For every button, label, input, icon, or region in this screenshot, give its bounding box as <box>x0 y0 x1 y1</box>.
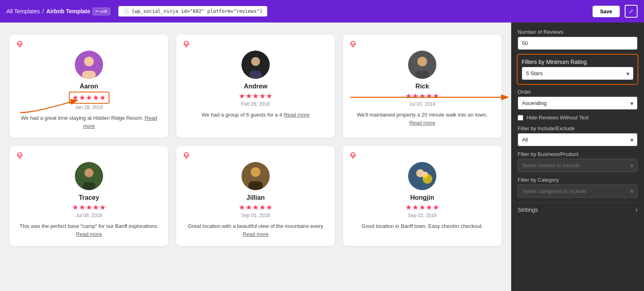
order-wrapper: Ascending Descending <box>518 96 638 110</box>
review-date: Jul 08, 2018 <box>76 213 102 218</box>
read-more-link[interactable]: Read more <box>284 112 310 118</box>
review-date: Sep 01, 2018 <box>241 213 270 218</box>
filter-category-wrapper: Select categories to include ▾ <box>518 184 638 198</box>
airbnb-logo <box>349 40 357 51</box>
read-more-link[interactable]: Read more <box>243 231 268 237</box>
filter-category-label: Filter by Category <box>518 177 638 183</box>
svg-point-14 <box>251 167 260 177</box>
review-text: We'll maintained property a 20 minute wa… <box>351 111 493 127</box>
breadcrumb-separator: / <box>42 8 44 14</box>
reviewer-name: Andrew <box>244 83 268 90</box>
filter-include-exclude-label: Filter by Include/Exclude <box>518 125 638 131</box>
star-rating: ★★★★★ <box>72 203 106 212</box>
number-of-reviews-input[interactable] <box>518 37 638 50</box>
filter-min-rating-label: Filters by Minimum Rating <box>522 59 634 65</box>
read-more-link[interactable]: Read more <box>76 231 102 237</box>
filter-category-section: Filter by Category Select categories to … <box>518 177 638 198</box>
review-date: Feb 26, 2018 <box>242 101 270 107</box>
filter-business-placeholder[interactable]: Select reviews to include ▾ <box>518 159 638 172</box>
read-more-link[interactable]: Read more <box>409 120 435 126</box>
review-text: Good location in Banff town. Easy checki… <box>361 222 483 230</box>
svg-point-19 <box>423 174 432 184</box>
review-date: Sep 02, 2018 <box>408 213 436 218</box>
settings-label: Settings <box>518 207 538 213</box>
avatar <box>242 51 270 79</box>
fullscreen-button[interactable]: ⤢ <box>625 5 638 18</box>
review-text: This was the perfect base "camp" for our… <box>18 222 160 238</box>
avatar <box>75 51 103 79</box>
reviewer-name: Jillian <box>246 194 264 201</box>
review-date: Jul 03, 2018 <box>409 101 435 107</box>
star-rating: ★★★★★ <box>405 92 440 100</box>
reviewer-name: Aaron <box>80 83 98 90</box>
review-card: Tracey ★★★★★ Jul 08, 2018 This was the p… <box>10 146 168 246</box>
cards-grid: Aaron ★★★★★ Jan 28, 2018 We had a great … <box>10 35 502 246</box>
filter-business-section: Filter by Business/Product Select review… <box>518 151 638 172</box>
save-button[interactable]: Save <box>592 6 620 17</box>
filter-include-exclude-select[interactable]: All Include Exclude <box>518 133 638 146</box>
edit-badge[interactable]: ✏ edit <box>93 8 110 15</box>
sidebar: Number of Reviews Filters by Minimum Rat… <box>511 23 644 291</box>
header: All Templates / Airbnb Template ✏ edit 📄… <box>0 0 644 23</box>
filter-min-rating-wrapper: 5 Stars 4 Stars 3 Stars 2 Stars 1 Star <box>522 67 634 80</box>
hide-reviews-section: Hide Reviews Without Text <box>518 115 638 121</box>
review-card: Hongjin ★★★★★ Sep 02, 2018 Good location… <box>343 146 502 246</box>
filter-min-rating-section: Filters by Minimum Rating 5 Stars 4 Star… <box>517 54 638 85</box>
filter-business-wrapper: Select reviews to include ▾ <box>518 159 638 172</box>
arrow-annotation-right <box>511 89 515 105</box>
svg-rect-15 <box>248 181 263 190</box>
order-select[interactable]: Ascending Descending <box>518 96 638 110</box>
star-rating: ★★★★★ <box>239 203 273 212</box>
avatar-image <box>242 51 270 79</box>
filter-include-exclude-section: Filter by Include/Exclude All Include Ex… <box>518 125 638 146</box>
svg-rect-6 <box>249 71 262 79</box>
avatar-image <box>75 51 103 79</box>
avatar <box>408 51 436 79</box>
reviewer-name: Rick <box>415 83 429 90</box>
breadcrumb: All Templates / Airbnb Template ✏ edit <box>6 8 110 15</box>
svg-point-5 <box>251 57 260 66</box>
filter-min-rating-select[interactable]: 5 Stars 4 Stars 3 Stars 2 Stars 1 Star <box>522 67 634 80</box>
avatar <box>75 162 103 190</box>
airbnb-logo <box>349 152 357 162</box>
chevron-right-icon: › <box>636 206 638 213</box>
number-of-reviews-section: Number of Reviews <box>518 29 638 50</box>
review-card: Jillian ★★★★★ Sep 01, 2018 Great locatio… <box>176 146 335 246</box>
avatar-image <box>408 51 436 79</box>
filter-category-placeholder[interactable]: Select categories to include ▾ <box>518 184 638 198</box>
star-rating: ★★★★★ <box>239 92 273 100</box>
airbnb-logo <box>15 152 24 162</box>
hide-reviews-label: Hide Reviews Without Text <box>526 115 588 121</box>
avatar-image <box>242 162 270 190</box>
review-text: We had a group of 6 guests for a 4 Read … <box>202 111 310 119</box>
svg-rect-9 <box>415 71 429 79</box>
settings-section[interactable]: Settings › <box>518 203 638 217</box>
review-card: Aaron ★★★★★ Jan 28, 2018 We had a great … <box>10 35 168 138</box>
airbnb-logo <box>15 40 24 51</box>
review-date: Jan 28, 2018 <box>75 105 103 110</box>
review-card: Rick ★★★★★ Jul 03, 2018 We'll maintained… <box>343 35 502 138</box>
svg-point-2 <box>84 57 94 66</box>
avatar-image <box>408 162 436 190</box>
content-area: Aaron ★★★★★ Jan 28, 2018 We had a great … <box>0 23 511 291</box>
svg-point-8 <box>417 57 427 66</box>
review-text: Great location with a beautiful view of … <box>184 222 327 238</box>
reviewer-name: Hongjin <box>410 194 434 201</box>
hide-reviews-checkbox[interactable] <box>518 115 523 121</box>
avatar <box>408 162 436 190</box>
all-templates-link[interactable]: All Templates <box>6 8 40 14</box>
chevron-down-icon: ▾ <box>630 188 633 194</box>
avatar-image <box>75 162 103 190</box>
number-of-reviews-label: Number of Reviews <box>518 29 638 35</box>
shortcode-box: 📄 [wp_social_ninja id="602" platform="re… <box>118 6 267 16</box>
pencil-icon: ✏ <box>95 9 99 14</box>
filter-business-label: Filter by Business/Product <box>518 151 638 157</box>
filter-include-exclude-wrapper: All Include Exclude <box>518 133 638 146</box>
template-name: Airbnb Template <box>46 8 90 14</box>
chevron-down-icon: ▾ <box>630 162 633 168</box>
reviewer-name: Tracey <box>79 194 99 201</box>
order-label: Order <box>518 89 638 95</box>
order-section: Order Ascending Descending <box>518 89 638 110</box>
svg-rect-3 <box>82 71 96 79</box>
airbnb-logo <box>182 40 191 51</box>
